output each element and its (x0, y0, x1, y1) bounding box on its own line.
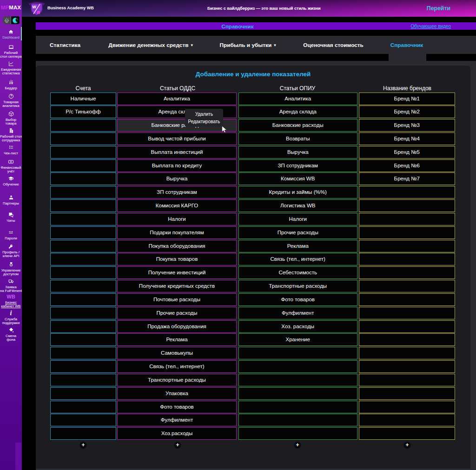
svg-text:W: W (32, 5, 36, 9)
svg-text:B: B (37, 10, 40, 15)
